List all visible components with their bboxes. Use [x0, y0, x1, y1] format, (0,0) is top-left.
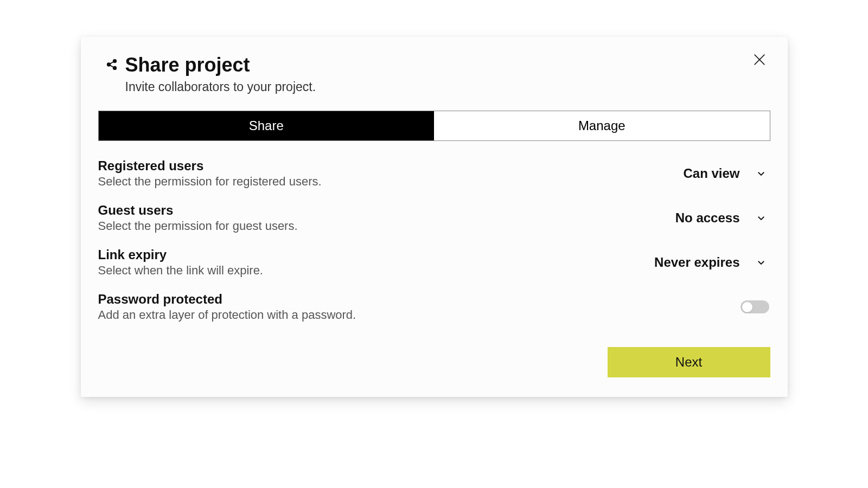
header-text: Share project Invite collaborators to yo… — [125, 53, 770, 94]
guest-users-dropdown[interactable]: No access — [675, 210, 770, 226]
link-expiry-dropdown[interactable]: Never expires — [654, 255, 770, 270]
option-link-expiry: Link expiry Select when the link will ex… — [98, 243, 770, 287]
registered-users-dropdown[interactable]: Can view — [683, 166, 770, 181]
chevron-down-icon — [756, 258, 766, 267]
password-toggle[interactable] — [741, 300, 769, 313]
option-desc: Select the permission for guest users. — [98, 219, 675, 233]
tabs: Share Manage — [98, 111, 770, 141]
option-password-protected: Password protected Add an extra layer of… — [98, 287, 770, 332]
close-button[interactable] — [752, 52, 767, 67]
option-label: Password protected — [98, 292, 741, 307]
option-label: Guest users — [98, 203, 675, 218]
close-icon — [752, 61, 767, 69]
dialog-subtitle: Invite collaborators to your project. — [125, 80, 770, 94]
dropdown-value: No access — [675, 210, 740, 226]
share-dialog: Share project Invite collaborators to yo… — [81, 37, 788, 397]
dialog-footer: Next — [98, 347, 770, 377]
svg-line-4 — [110, 65, 113, 67]
option-desc: Add an extra layer of protection with a … — [98, 308, 741, 322]
svg-point-1 — [107, 63, 110, 66]
option-label: Registered users — [98, 158, 684, 174]
toggle-knob — [742, 302, 752, 312]
option-registered-users: Registered users Select the permission f… — [98, 154, 770, 198]
next-button[interactable]: Next — [608, 347, 770, 377]
option-desc: Select the permission for registered use… — [98, 175, 684, 189]
dialog-header: Share project Invite collaborators to yo… — [98, 53, 770, 94]
option-text: Password protected Add an extra layer of… — [98, 292, 741, 322]
option-desc: Select when the link will expire. — [98, 264, 655, 278]
option-text: Link expiry Select when the link will ex… — [98, 247, 655, 278]
svg-point-0 — [113, 60, 116, 63]
share-icon — [106, 59, 118, 70]
option-text: Registered users Select the permission f… — [98, 158, 684, 189]
svg-line-3 — [110, 62, 113, 64]
chevron-down-icon — [756, 213, 766, 223]
dropdown-value: Can view — [683, 166, 739, 181]
svg-point-2 — [113, 67, 116, 70]
option-guest-users: Guest users Select the permission for gu… — [98, 198, 770, 243]
tab-manage[interactable]: Manage — [434, 111, 770, 140]
chevron-down-icon — [756, 169, 766, 178]
dialog-title: Share project — [125, 53, 770, 76]
option-label: Link expiry — [98, 247, 655, 262]
tab-share[interactable]: Share — [99, 111, 435, 140]
option-text: Guest users Select the permission for gu… — [98, 203, 675, 233]
dropdown-value: Never expires — [654, 255, 739, 270]
